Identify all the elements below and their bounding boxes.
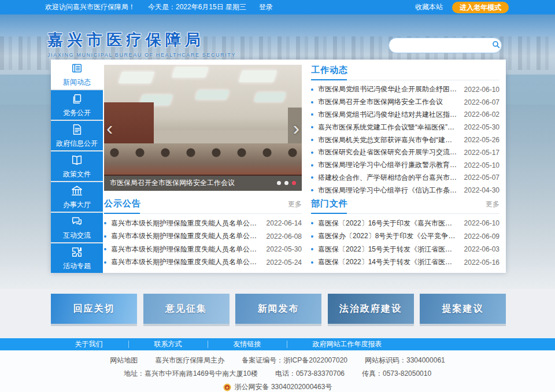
news-item[interactable]: 市医保局党组书记冯俊华赴结对共建社区指导全国文... 2022-06-02 bbox=[311, 109, 500, 121]
news-item-title: 嘉兴市本级长期护理保险重度失能人员名单公示（2... bbox=[111, 231, 261, 241]
favorite-link[interactable]: 收藏本站 bbox=[415, 2, 443, 12]
work-news-list: 市医保局党组书记冯俊华赴企开展助企纾困活动 2022-06-10 市医保局召开全… bbox=[311, 83, 500, 197]
banner-link[interactable]: 意见征集 bbox=[143, 294, 230, 324]
sidebar-item-label: 政府信息公开 bbox=[56, 139, 98, 149]
police-badge-icon bbox=[223, 383, 231, 391]
footer-line-2: 地址：嘉兴市中环南路1469号中南大厦10楼 电话：0573-83370706 … bbox=[0, 369, 555, 379]
news-item[interactable]: 嘉兴市本级长期护理保险重度失能人员名单公示（2... 2022-05-30 bbox=[104, 243, 302, 256]
news-item[interactable]: 市医保局理论学习中心组举行廉政警示教育专题学习... 2022-05-10 bbox=[311, 159, 500, 172]
carousel-prev-arrow[interactable]: ‹ bbox=[106, 118, 113, 138]
news-item-date: 2022-05-24 bbox=[267, 258, 302, 267]
news-item[interactable]: 市医保局召开全市医保网络安全工作会议 2022-06-07 bbox=[311, 96, 500, 109]
section-notices: 公示公告 更多 嘉兴市本级长期护理保险重度失能人员名单公示（2... 2022-… bbox=[104, 198, 302, 269]
sidebar-item[interactable]: 政府信息公开 bbox=[51, 121, 103, 150]
section-title: 工作动态 bbox=[311, 65, 348, 76]
news-item-title: 市医保局理论学习中心组举行《信访工作条例》专题... bbox=[318, 186, 458, 195]
news-item-date: 2022-06-10 bbox=[464, 219, 500, 227]
carousel-dot[interactable] bbox=[277, 181, 281, 185]
news-item-title: 嘉兴市本级长期护理保险重度失能人员名单公示（2... bbox=[111, 219, 261, 228]
carousel-next-arrow[interactable]: › bbox=[293, 118, 299, 138]
footer-nav-item[interactable]: 关于我们 bbox=[50, 341, 128, 348]
news-item[interactable]: 市医保研究会赴省医保研究会开展学习交流活动 2022-05-17 bbox=[311, 146, 500, 159]
footer-nav-item[interactable]: 友情链接 bbox=[208, 341, 287, 348]
security-record-text[interactable]: 浙公网安备 33040202000463号 bbox=[235, 382, 332, 392]
search-input[interactable] bbox=[389, 42, 491, 50]
sidebar: 新闻动态 党务公开 政府信息公开 政策文件 办事大厅 bbox=[51, 60, 103, 273]
carousel-caption[interactable]: 市医保局召开全市医保网络安全工作会议 bbox=[110, 178, 271, 188]
dept-files-more-link[interactable]: 更多 bbox=[486, 199, 500, 209]
banner-label: 意见征集 bbox=[165, 303, 207, 315]
footer-info-item: 备案证编号：浙ICP备2022007020 bbox=[242, 356, 347, 365]
section-title: 公示公告 bbox=[104, 198, 141, 209]
banner-link[interactable]: 新闻发布 bbox=[235, 294, 321, 324]
footer-nav: 关于我们 联系方式 友情链接 政府网站工作年度报表 bbox=[0, 338, 555, 350]
section-dept-files-header: 部门文件 更多 bbox=[311, 198, 500, 214]
topbar-right: 收藏本站 进入老年模式 bbox=[415, 2, 509, 13]
footer-nav-item[interactable]: 政府网站工作年度报表 bbox=[287, 341, 408, 348]
news-item-date: 2022-06-10 bbox=[464, 86, 500, 94]
login-link[interactable]: 登录 bbox=[259, 2, 273, 12]
news-item-date: 2022-06-02 bbox=[464, 110, 500, 119]
news-item-date: 2022-05-26 bbox=[464, 136, 500, 144]
sidebar-item[interactable]: 政策文件 bbox=[51, 151, 103, 181]
sidebar-item-label: 新闻动态 bbox=[63, 77, 91, 87]
search-button[interactable] bbox=[491, 40, 506, 51]
news-item-date: 2022-06-09 bbox=[464, 232, 500, 241]
news-item-date: 2022-06-08 bbox=[267, 232, 302, 241]
news-item[interactable]: 嘉医保〔2022〕14号关于转发《浙江省医疗保... 2022-05-16 bbox=[311, 256, 500, 269]
sidebar-item-label: 政策文件 bbox=[63, 169, 91, 179]
welcome-text: 欢迎访问嘉兴市医疗保障局！ bbox=[45, 2, 135, 12]
news-item-title: 嘉医保〔2022〕14号关于转发《浙江省医疗保... bbox=[318, 257, 458, 267]
banner-link[interactable]: 提案建议 bbox=[420, 294, 506, 324]
footer-line-1: 网站地图 嘉兴市医疗保障局主办 备案证编号：浙ICP备2022007020 网站… bbox=[0, 356, 555, 365]
sidebar-item[interactable]: 互动交流 bbox=[51, 213, 103, 242]
news-item-title: 市医保局理论学习中心组举行廉政警示教育专题学习... bbox=[318, 160, 458, 170]
news-item[interactable]: 搭建校企合作、产学研相结合的平台嘉兴市长期护理... 2022-05-07 bbox=[311, 172, 500, 184]
sidebar-item-label: 党务公开 bbox=[63, 108, 91, 118]
photo-light bbox=[119, 72, 154, 83]
banner-link[interactable]: 回应关切 bbox=[51, 294, 137, 324]
sidebar-item[interactable]: 党务公开 bbox=[51, 90, 103, 120]
news-item-title: 嘉兴市本级长期护理保险重度失能人员名单公示（2... bbox=[111, 245, 261, 254]
news-item[interactable]: 嘉兴市本级长期护理保险重度失能人员名单公示（2... 2022-05-24 bbox=[104, 256, 302, 269]
notices-list: 嘉兴市本级长期护理保险重度失能人员名单公示（2... 2022-06-14 嘉兴… bbox=[104, 217, 302, 269]
news-item[interactable]: 嘉医保〔2022〕15号关于转发《浙江省医疗保... 2022-06-03 bbox=[311, 243, 500, 256]
news-item-title: 市医保局召开全市医保网络安全工作会议 bbox=[318, 97, 458, 107]
news-item[interactable]: 市医保局理论学习中心组举行《信访工作条例》专题... 2022-04-30 bbox=[311, 184, 500, 197]
news-item[interactable]: 嘉兴市医保系统党建工作会议暨“幸福医保”党建联... 2022-05-30 bbox=[311, 121, 500, 134]
news-item[interactable]: 嘉医保办〔2022〕8号关于印发《公平竞争审查... 2022-06-09 bbox=[311, 230, 500, 243]
elder-mode-button[interactable]: 进入老年模式 bbox=[452, 2, 509, 13]
site-logo: 嘉兴市医疗保障局 JIAXING MUNICIPAL BUREAU OF HEA… bbox=[47, 29, 236, 58]
news-item[interactable]: 嘉兴市本级长期护理保险重度失能人员名单公示（2... 2022-06-08 bbox=[104, 230, 302, 243]
news-item[interactable]: 嘉医保〔2022〕16号关于印发《嘉兴市医疗保... 2022-06-10 bbox=[311, 217, 500, 230]
news-item-title: 嘉兴市本级长期护理保险重度失能人员名单公示（2... bbox=[111, 257, 261, 267]
news-item-date: 2022-05-10 bbox=[464, 161, 500, 169]
news-item-date: 2022-05-07 bbox=[464, 173, 500, 182]
news-item[interactable]: 市医保局机关党总支部获评嘉兴市争创“建设清廉机... 2022-05-26 bbox=[311, 134, 500, 146]
footer-info-item: 电话：0573-83370706 bbox=[275, 369, 345, 379]
sidebar-item[interactable]: 办事大厅 bbox=[51, 182, 103, 212]
sidebar-item[interactable]: 活动专题 bbox=[51, 243, 103, 273]
news-item-title: 搭建校企合作、产学研相结合的平台嘉兴市长期护理... bbox=[318, 173, 458, 183]
footer-info-item: 网站标识码：3304000061 bbox=[365, 356, 445, 365]
news-item[interactable]: 嘉兴市本级长期护理保险重度失能人员名单公示（2... 2022-06-14 bbox=[104, 217, 302, 230]
section-notices-header: 公示公告 更多 bbox=[104, 198, 302, 214]
footer-nav-item[interactable]: 联系方式 bbox=[128, 341, 208, 348]
news-item[interactable]: 市医保局党组书记冯俊华赴企开展助企纾困活动 2022-06-10 bbox=[311, 83, 500, 96]
chat-icon bbox=[71, 215, 83, 228]
footer-info-item: 嘉兴市医疗保障局主办 bbox=[155, 356, 224, 365]
news-item-date: 2022-06-14 bbox=[267, 219, 302, 227]
carousel-dot[interactable] bbox=[284, 181, 288, 185]
news-item-date: 2022-05-30 bbox=[464, 123, 500, 131]
news-carousel[interactable]: ‹ › 市医保局召开全市医保网络安全工作会议 bbox=[104, 65, 302, 191]
banner-link[interactable]: 法治政府建设 bbox=[328, 294, 414, 324]
carousel-dot[interactable] bbox=[292, 181, 296, 185]
newspaper-icon bbox=[71, 62, 83, 75]
sidebar-item[interactable]: 新闻动态 bbox=[51, 60, 103, 89]
carousel-dots bbox=[277, 181, 296, 185]
banner-strip: 回应关切 意见征集 新闻发布 法治政府建设 提案建议 bbox=[0, 289, 555, 338]
sidebar-item-label: 办事大厅 bbox=[63, 200, 91, 210]
footer-info-item: 网站地图 bbox=[110, 356, 138, 365]
notices-more-link[interactable]: 更多 bbox=[288, 199, 302, 209]
news-item-title: 嘉医保办〔2022〕8号关于印发《公平竞争审查... bbox=[318, 231, 458, 241]
